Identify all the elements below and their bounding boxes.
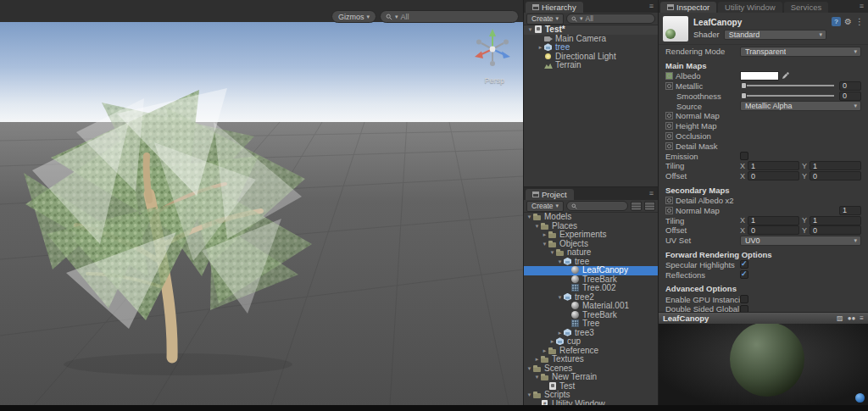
tab-hierarchy[interactable]: Hierarchy: [526, 2, 583, 13]
expand-arrow-icon[interactable]: ▼: [526, 25, 534, 34]
panel-menu-icon[interactable]: ≡: [860, 3, 864, 10]
panel-menu-icon[interactable]: ≡: [649, 190, 654, 197]
texture-slot-icon[interactable]: [665, 122, 673, 130]
tab-utility-window[interactable]: Utility Window: [718, 2, 782, 13]
preview-menu-icon[interactable]: ≡: [860, 314, 864, 323]
expand-arrow-icon[interactable]: ▼: [526, 213, 533, 221]
checkbox[interactable]: [740, 305, 748, 312]
value-field[interactable]: 0: [839, 92, 861, 101]
value-field[interactable]: 0: [839, 81, 861, 91]
hierarchy-item-main-camera[interactable]: Main Camera: [524, 35, 658, 44]
project-search-input[interactable]: [566, 201, 628, 211]
slider-thumb[interactable]: [741, 92, 747, 99]
expand-arrow-icon[interactable]: ▼: [533, 373, 541, 381]
project-item-textures[interactable]: ►Textures: [524, 355, 658, 364]
hierarchy-item-test[interactable]: ▼Test*: [524, 25, 658, 35]
x-field[interactable]: 0: [748, 225, 799, 235]
slider[interactable]: [741, 95, 834, 97]
preview-shape-icon[interactable]: ▨: [837, 314, 843, 323]
hierarchy-create-button[interactable]: Create ▾: [526, 14, 564, 25]
projection-mode-label[interactable]: Persp: [484, 76, 504, 85]
texture-slot-icon[interactable]: [665, 142, 673, 150]
project-item-cup[interactable]: ►cup: [524, 337, 658, 347]
checkbox[interactable]: [740, 152, 748, 160]
project-item-material-001[interactable]: Material.001: [524, 302, 658, 311]
expand-arrow-icon[interactable]: ▼: [533, 222, 541, 230]
x-field[interactable]: 1: [748, 216, 799, 225]
project-item-tree3[interactable]: ►tree3: [524, 329, 658, 338]
project-item-treebark[interactable]: TreeBark: [524, 311, 658, 320]
axis-orientation-gizmo[interactable]: [469, 27, 516, 75]
dropdown-rendering-mode[interactable]: Transparent▾: [740, 47, 861, 57]
project-item-treebark[interactable]: TreeBark: [524, 275, 658, 285]
help-icon[interactable]: ?: [832, 17, 841, 26]
material-thumbnail[interactable]: [663, 16, 688, 42]
preview-viewport[interactable]: [659, 324, 868, 405]
hierarchy-item-terrain[interactable]: Terrain: [524, 61, 658, 70]
project-item-objects[interactable]: ▼Objects: [524, 240, 658, 249]
texture-slot-icon[interactable]: [665, 72, 673, 80]
slider-thumb[interactable]: [741, 82, 747, 89]
project-item-test[interactable]: Test: [524, 382, 658, 392]
x-field[interactable]: 1: [748, 161, 799, 170]
project-item-tree[interactable]: ▼tree: [524, 258, 658, 267]
texture-slot-icon[interactable]: [665, 207, 673, 214]
y-field[interactable]: 1: [810, 161, 861, 170]
y-field[interactable]: 0: [810, 225, 861, 235]
project-create-button[interactable]: Create ▾: [526, 201, 564, 212]
value-field[interactable]: 1: [839, 206, 861, 215]
eyedropper-icon[interactable]: [782, 72, 789, 80]
expand-arrow-icon[interactable]: ►: [556, 329, 564, 337]
texture-slot-icon[interactable]: [665, 197, 673, 204]
project-item-experiments[interactable]: ►Experiments: [524, 230, 658, 240]
project-item-scripts[interactable]: ▼Scripts: [524, 391, 658, 400]
gizmos-button[interactable]: Gizmos ▾: [331, 10, 376, 23]
checkbox[interactable]: [740, 295, 748, 303]
y-field[interactable]: 0: [810, 171, 861, 181]
gear-icon[interactable]: ⚙: [844, 17, 852, 26]
expand-arrow-icon[interactable]: ▼: [556, 293, 564, 302]
color-swatch[interactable]: [740, 71, 779, 81]
project-item-tree[interactable]: Tree: [524, 319, 658, 329]
expand-arrow-icon[interactable]: ►: [533, 355, 541, 364]
tab-project[interactable]: Project: [526, 189, 574, 200]
expand-arrow-icon[interactable]: ▼: [526, 391, 533, 399]
project-item-models[interactable]: ▼Models: [524, 213, 658, 222]
project-item-scenes[interactable]: ▼Scenes: [524, 364, 658, 374]
texture-slot-icon[interactable]: [665, 82, 673, 90]
expand-arrow-icon[interactable]: ►: [541, 347, 548, 355]
expand-arrow-icon[interactable]: ▼: [548, 248, 556, 257]
panel-menu-icon[interactable]: ≡: [649, 3, 654, 10]
search-by-label-icon[interactable]: [644, 201, 655, 211]
project-item-places[interactable]: ▼Places: [524, 222, 658, 231]
hierarchy-search-input[interactable]: ▾ All: [566, 14, 655, 24]
project-item-new-terrain[interactable]: ▼New Terrain: [524, 373, 658, 382]
preview-light-icon[interactable]: ●●: [848, 314, 856, 323]
checkbox[interactable]: [740, 260, 748, 269]
project-item-tree-002[interactable]: Tree.002: [524, 284, 658, 293]
shader-dropdown[interactable]: Standard ▾: [724, 30, 826, 40]
expand-arrow-icon[interactable]: ►: [541, 230, 548, 239]
tab-services[interactable]: Services: [784, 2, 828, 13]
expand-arrow-icon[interactable]: ►: [537, 43, 544, 52]
x-field[interactable]: 0: [748, 171, 799, 181]
hierarchy-item-tree[interactable]: ►tree: [524, 43, 658, 53]
expand-arrow-icon[interactable]: ►: [548, 337, 556, 346]
dropdown-source[interactable]: Metallic Alpha▾: [740, 101, 861, 111]
hierarchy-item-directional-light[interactable]: Directional Light: [524, 53, 658, 62]
dropdown-uv-set[interactable]: UV0▾: [740, 236, 861, 246]
scene-search-input[interactable]: ▾ All: [380, 10, 519, 23]
expand-arrow-icon[interactable]: ▼: [556, 258, 564, 266]
asset-bundle-icon[interactable]: [855, 393, 865, 403]
context-menu-icon[interactable]: ⋮: [855, 17, 864, 26]
tab-inspector[interactable]: Inspector: [660, 2, 716, 13]
slider[interactable]: [741, 85, 834, 86]
preview-header[interactable]: LeafCanopy ▨ ●● ≡: [659, 312, 868, 325]
y-field[interactable]: 1: [810, 216, 861, 225]
project-item-leafcanopy[interactable]: LeafCanopy: [524, 266, 658, 275]
texture-slot-icon[interactable]: [665, 112, 673, 119]
search-by-type-icon[interactable]: [631, 201, 642, 211]
project-item-nature[interactable]: ▼nature: [524, 248, 658, 258]
expand-arrow-icon[interactable]: ▼: [541, 240, 548, 248]
project-item-tree2[interactable]: ▼tree2: [524, 293, 658, 303]
